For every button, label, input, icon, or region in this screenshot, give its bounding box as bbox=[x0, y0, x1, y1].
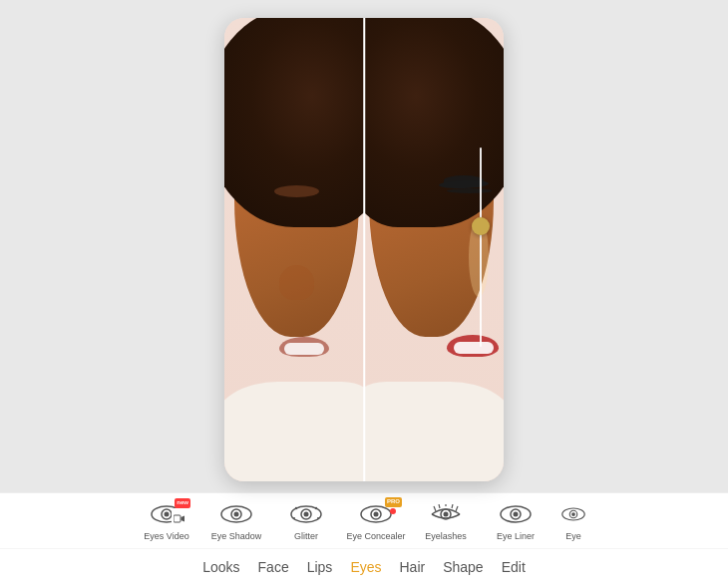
photo-area bbox=[0, 0, 728, 492]
glitter-icon bbox=[288, 501, 324, 527]
nav-item-hair[interactable]: Hair bbox=[400, 559, 426, 575]
intensity-slider-thumb[interactable] bbox=[472, 217, 490, 235]
icon-label-eyes-video: Eyes Video bbox=[144, 531, 188, 542]
badge-pro: PRO bbox=[385, 497, 402, 507]
svg-point-17 bbox=[374, 512, 379, 517]
eye-liner-icon bbox=[498, 501, 534, 527]
nav-item-edit[interactable]: Edit bbox=[502, 559, 526, 575]
icon-eyelashes[interactable]: Eyelashes bbox=[412, 501, 480, 542]
svg-point-30 bbox=[571, 512, 575, 516]
icon-eye-concealer[interactable]: PRO Eye Concealer bbox=[342, 501, 410, 542]
bottom-panel: new Eyes Video Eye Shadow bbox=[0, 492, 728, 585]
photo-right-half bbox=[364, 18, 504, 481]
svg-rect-3 bbox=[174, 515, 181, 522]
nav-item-looks[interactable]: Looks bbox=[202, 559, 239, 575]
svg-point-14 bbox=[317, 517, 319, 519]
photo-left-half bbox=[224, 18, 364, 481]
icon-label-eye-shadow: Eye Shadow bbox=[211, 531, 262, 542]
icon-label-eye-liner: Eye Liner bbox=[497, 531, 535, 542]
icon-eye-shadow[interactable]: Eye Shadow bbox=[202, 501, 270, 542]
svg-point-27 bbox=[514, 512, 519, 517]
svg-point-13 bbox=[293, 517, 295, 519]
icon-label-eye-concealer: Eye Concealer bbox=[346, 531, 405, 542]
nav-item-shape[interactable]: Shape bbox=[443, 559, 483, 575]
icon-label-eye: Eye bbox=[565, 531, 581, 542]
photo-container bbox=[224, 18, 504, 481]
comparison-divider bbox=[363, 18, 365, 481]
icon-label-eyelashes: Eyelashes bbox=[425, 531, 467, 542]
svg-point-12 bbox=[315, 507, 317, 509]
svg-line-21 bbox=[439, 504, 440, 508]
eye-icon bbox=[559, 501, 587, 527]
bottom-nav: Looks Face Lips Eyes Hair Shape Edit bbox=[0, 549, 728, 585]
svg-point-19 bbox=[444, 512, 449, 517]
main-container: new Eyes Video Eye Shadow bbox=[0, 0, 728, 585]
eye-concealer-icon: PRO bbox=[358, 501, 394, 527]
svg-point-2 bbox=[165, 512, 170, 517]
svg-line-20 bbox=[434, 506, 436, 511]
nav-item-eyes[interactable]: Eyes bbox=[350, 559, 381, 575]
badge-new: new bbox=[175, 498, 190, 508]
icon-label-glitter: Glitter bbox=[294, 531, 318, 542]
svg-marker-4 bbox=[182, 516, 185, 522]
nav-item-face[interactable]: Face bbox=[258, 559, 289, 575]
eye-shadow-icon bbox=[218, 501, 254, 527]
icon-eye-liner[interactable]: Eye Liner bbox=[482, 501, 549, 542]
svg-point-7 bbox=[234, 512, 239, 517]
svg-point-11 bbox=[295, 507, 297, 509]
icon-eye[interactable]: Eye bbox=[551, 501, 595, 542]
icon-eyes-video[interactable]: new Eyes Video bbox=[133, 501, 200, 542]
badge-dot bbox=[390, 508, 396, 514]
svg-line-24 bbox=[456, 506, 458, 511]
icon-glitter[interactable]: Glitter bbox=[272, 501, 340, 542]
eyelashes-icon bbox=[428, 501, 464, 527]
intensity-slider-track bbox=[480, 147, 482, 347]
icons-toolbar: new Eyes Video Eye Shadow bbox=[0, 493, 728, 549]
nav-item-lips[interactable]: Lips bbox=[307, 559, 333, 575]
svg-point-10 bbox=[304, 512, 309, 517]
svg-line-23 bbox=[452, 504, 453, 508]
eyes-video-icon: new bbox=[149, 501, 184, 527]
